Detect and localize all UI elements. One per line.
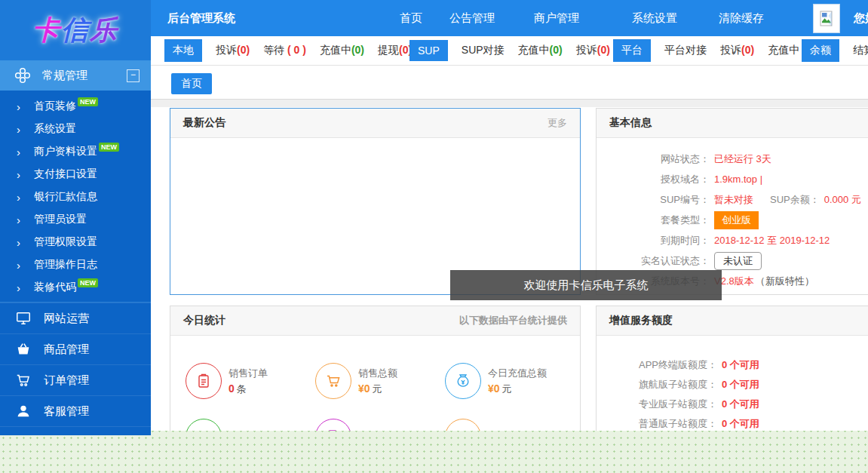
quota-standard: 普通版子站额度： 0 个可用 bbox=[597, 414, 868, 431]
stat-sales-total: 销售总额 ¥0元 bbox=[315, 363, 445, 399]
stat-new-customers: 新注册客户 bbox=[186, 419, 315, 431]
realname-row: 实名认证状态： 未认证 bbox=[597, 250, 868, 271]
quota-flagship: 旗航版子站额度： 0 个可用 bbox=[597, 375, 868, 395]
avatar[interactable] bbox=[813, 4, 840, 33]
breadcrumb-tab-home[interactable]: 首页 bbox=[171, 73, 212, 94]
topnav-announcements[interactable]: 公告管理 bbox=[449, 0, 495, 36]
sup-recharging[interactable]: 充值中(0) bbox=[518, 44, 563, 57]
cart-icon bbox=[15, 372, 32, 389]
settlement-record[interactable]: 结算记 bbox=[853, 44, 868, 57]
announcement-title: 最新公告 bbox=[183, 116, 225, 130]
new-badge: NEW bbox=[78, 278, 98, 287]
tab-balance[interactable]: 余额 bbox=[802, 39, 839, 62]
stat-sales-orders: 销售订单 0条 bbox=[186, 363, 315, 399]
statusbar-group-sup: SUP SUP对接 充值中(0) 投诉(0) bbox=[409, 36, 610, 65]
tab-sup[interactable]: SUP bbox=[409, 40, 448, 61]
site-status-row: 网站状态： 已经运行 3天 bbox=[597, 149, 868, 169]
support-agent-icon bbox=[15, 403, 32, 419]
sidebar-item-payment-interface[interactable]: 支付接口设置 bbox=[0, 163, 151, 186]
chevron-right-icon bbox=[17, 282, 20, 293]
announcement-panel: 最新公告 更多 bbox=[170, 108, 581, 295]
sidebar-section-orders[interactable]: 订单管理 bbox=[0, 364, 151, 395]
basket-icon bbox=[15, 341, 32, 358]
breadcrumb-bar: 首页 bbox=[151, 66, 868, 100]
more-link[interactable]: 更多 bbox=[547, 116, 567, 130]
stat-today-recharge: 今日充值总额 ¥0元 bbox=[445, 363, 575, 399]
sidebar: 常规管理 首页装修 NEW 系统设置 商户资料设置 NEW 支付接口设置 银行汇… bbox=[0, 60, 151, 435]
sup-row: SUP编号： 暂未对接 SUP余额： 0.000 元 bbox=[597, 189, 868, 210]
value-added-panel: 增值服务额度 APP终端版额度： 0 个可用 旗航版子站额度： 0 个可用 专业… bbox=[596, 306, 868, 431]
clipboard-icon bbox=[186, 363, 222, 399]
monitor-icon bbox=[15, 310, 32, 327]
chevron-right-icon bbox=[17, 192, 20, 203]
today-stats-panel: 今日统计 以下数据由平台统计提供 销售订单 0条 bbox=[170, 306, 581, 431]
local-waiting[interactable]: 等待 ( 0 ) bbox=[263, 44, 306, 57]
statusbar-group-platform: 平台 平台对接 投诉(0) 充值中 bbox=[613, 36, 799, 65]
local-recharging[interactable]: 充值中(0) bbox=[320, 44, 364, 57]
stat-today-substations: 今日分站 bbox=[445, 419, 575, 431]
local-complaints[interactable]: 投诉(0) bbox=[216, 44, 250, 57]
users-icon bbox=[186, 419, 222, 431]
chevron-right-icon bbox=[17, 260, 20, 271]
chevron-right-icon bbox=[17, 101, 20, 112]
sup-complaints[interactable]: 投诉(0) bbox=[576, 44, 610, 57]
chevron-right-icon bbox=[17, 124, 20, 135]
user-circle-icon bbox=[15, 434, 32, 435]
topbar: 后台管理系统 首页 公告管理 商户管理 系统设置 清除缓存 您好 bbox=[151, 0, 868, 36]
sidebar-group-general[interactable]: 常规管理 bbox=[0, 60, 151, 91]
sidebar-section-website-ops[interactable]: 网站运营 bbox=[0, 303, 151, 333]
statusbar-group-local: 本地 投诉(0) 等待 ( 0 ) 充值中(0) 提现(0) bbox=[164, 36, 412, 65]
sidebar-item-admin-permissions[interactable]: 管理权限设置 bbox=[0, 231, 151, 253]
collapse-minus-icon[interactable] bbox=[127, 69, 140, 82]
divider-strip bbox=[151, 100, 868, 107]
basic-info-title: 基本信息 bbox=[609, 116, 652, 130]
basic-info-panel: 基本信息 网站状态： 已经运行 3天 授权域名： 1.9km.top | SUP… bbox=[596, 108, 868, 295]
package-badge[interactable]: 创业版 bbox=[714, 211, 759, 229]
sidebar-item-admin-settings[interactable]: 管理员设置 bbox=[0, 208, 151, 231]
welcome-toast: 欢迎使用卡信乐电子系统 bbox=[450, 270, 722, 300]
statusbar-group-balance: 余额 结算记 bbox=[802, 36, 868, 65]
sidebar-item-home-decor[interactable]: 首页装修 NEW bbox=[0, 95, 151, 118]
main-content: 最新公告 更多 基本信息 网站状态： 已经运行 3天 授权域名： 1.9km.t… bbox=[151, 107, 868, 431]
page-title: 后台管理系统 bbox=[167, 0, 235, 36]
sidebar-item-merchant-profile[interactable]: 商户资料设置 NEW bbox=[0, 140, 151, 163]
sidebar-item-decor-code[interactable]: 装修代码 NEW bbox=[0, 276, 151, 299]
platform-recharging[interactable]: 充值中 bbox=[768, 44, 799, 57]
not-verified-button[interactable]: 未认证 bbox=[714, 252, 762, 270]
broken-image-icon bbox=[820, 11, 833, 27]
topnav-system-settings[interactable]: 系统设置 bbox=[632, 0, 677, 36]
expire-row: 到期时间： 2018-12-12 至 2019-12-12 bbox=[597, 230, 868, 250]
greeting-text: 您好 bbox=[854, 0, 868, 36]
store-icon bbox=[445, 419, 481, 431]
tab-local[interactable]: 本地 bbox=[164, 39, 202, 62]
sidebar-section-users[interactable]: 用户管理 bbox=[0, 426, 151, 435]
stat-complaint-orders: 投诉订单 bbox=[315, 419, 445, 431]
sidebar-item-bank-transfer[interactable]: 银行汇款信息 bbox=[0, 186, 151, 208]
new-badge: NEW bbox=[78, 97, 98, 106]
sidebar-section-customer-service[interactable]: 客服管理 bbox=[0, 395, 151, 426]
topnav-merchants[interactable]: 商户管理 bbox=[534, 0, 579, 36]
platform-complaints[interactable]: 投诉(0) bbox=[720, 44, 754, 57]
topnav-home[interactable]: 首页 bbox=[400, 0, 422, 36]
sidebar-section-products[interactable]: 商品管理 bbox=[0, 333, 151, 364]
document-icon bbox=[315, 419, 351, 431]
value-added-title: 增值服务额度 bbox=[609, 314, 673, 327]
sup-connect[interactable]: SUP对接 bbox=[462, 44, 505, 57]
today-stats-title: 今日统计 bbox=[183, 314, 225, 327]
stats-source-note: 以下数据由平台统计提供 bbox=[459, 314, 567, 327]
logo-block: 卡信乐 bbox=[0, 0, 151, 60]
app-logo[interactable]: 卡信乐 bbox=[32, 12, 118, 49]
moneybag-icon bbox=[445, 363, 481, 399]
topnav-clear-cache[interactable]: 清除缓存 bbox=[719, 0, 764, 36]
chevron-right-icon bbox=[17, 146, 20, 158]
quota-professional: 专业版子站额度： 0 个可用 bbox=[597, 395, 868, 414]
platform-connect[interactable]: 平台对接 bbox=[664, 44, 707, 57]
version-feature-link[interactable]: （新版特性） bbox=[756, 275, 814, 288]
new-badge: NEW bbox=[99, 143, 119, 152]
sidebar-item-system-settings[interactable]: 系统设置 bbox=[0, 118, 151, 140]
chevron-right-icon bbox=[17, 169, 20, 180]
sidebar-item-admin-logs[interactable]: 管理操作日志 bbox=[0, 253, 151, 276]
domain-row: 授权域名： 1.9km.top | bbox=[597, 169, 868, 189]
tab-platform[interactable]: 平台 bbox=[613, 39, 651, 62]
local-withdraw[interactable]: 提现(0) bbox=[378, 44, 412, 57]
